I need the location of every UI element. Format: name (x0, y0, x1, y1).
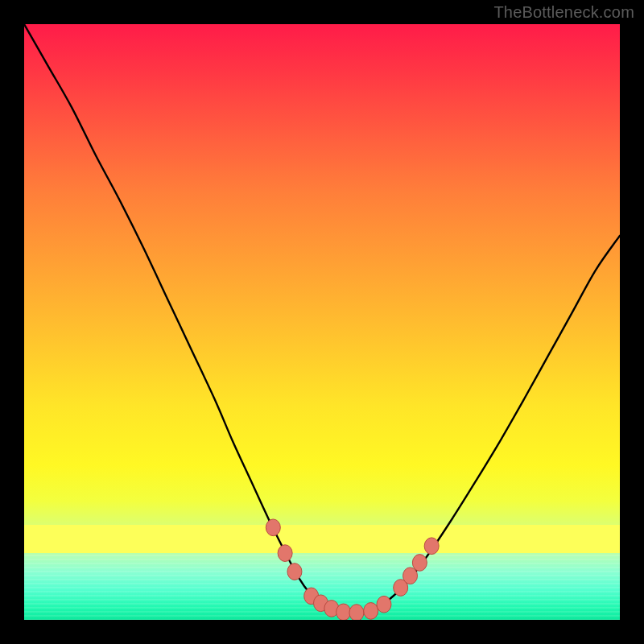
curve-marker (266, 519, 280, 536)
curve-marker (403, 568, 418, 584)
curve-marker (349, 605, 364, 620)
plot-area (24, 24, 620, 620)
curve-marker (424, 538, 439, 555)
watermark-text: TheBottleneck.com (493, 3, 634, 22)
bottleneck-curve-svg (24, 24, 620, 620)
curve-marker (412, 555, 427, 572)
curve-marker (364, 603, 378, 620)
curve-marker (287, 564, 302, 580)
bottleneck-curve (24, 24, 620, 613)
chart-frame: TheBottleneck.com (0, 0, 644, 644)
curve-marker (336, 604, 351, 620)
curve-marker (377, 596, 391, 613)
marker-group (266, 519, 439, 620)
curve-marker (278, 545, 292, 562)
